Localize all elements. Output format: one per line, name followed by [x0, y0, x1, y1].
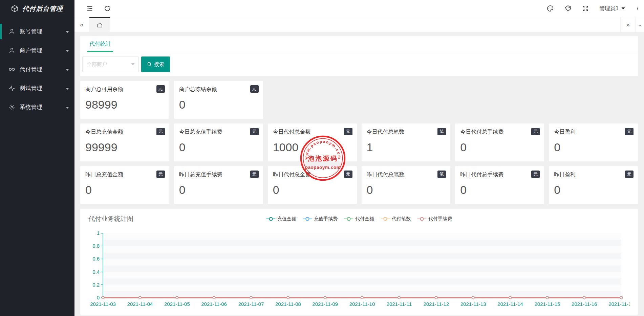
stat-card: 今日代付总金额元1000 [268, 123, 357, 161]
pulse-icon [8, 85, 16, 92]
refresh-icon[interactable] [104, 5, 111, 12]
infinity-icon [8, 66, 16, 73]
stat-card: 今日代付总手续费元0 [455, 123, 544, 161]
legend-label: 代付笔数 [392, 216, 411, 222]
unit-badge: 元 [156, 128, 165, 135]
unit-badge: 元 [625, 128, 634, 135]
svg-text:2021-11-10: 2021-11-10 [349, 301, 375, 307]
legend-marker-icon [344, 217, 353, 221]
svg-text:2021-11-04: 2021-11-04 [127, 301, 153, 307]
svg-text:0.4: 0.4 [92, 269, 100, 275]
merchant-select[interactable]: 全部商户 [82, 57, 139, 72]
tabs-scroll-left-icon[interactable]: « [74, 17, 89, 32]
unit-badge: 元 [250, 128, 259, 135]
legend-label: 代付金额 [355, 216, 374, 222]
stat-card-label: 商户总可用余额 [85, 86, 164, 93]
sidebar-item-label: 商户管理 [20, 47, 43, 54]
topbar-right: 管理员1 [546, 5, 644, 12]
sidebar-item-label: 测试管理 [20, 85, 43, 92]
topbar: 管理员1 [74, 0, 644, 17]
legend-item-代付手续费[interactable]: 代付手续费 [417, 216, 452, 222]
unit-badge: 元 [156, 85, 165, 93]
chevron-down-icon [621, 7, 625, 10]
unit-badge: 元 [344, 128, 352, 135]
panel-tabstrip: 代付统计 [80, 36, 638, 52]
sidebar-item-3[interactable]: 代付管理 [0, 60, 74, 79]
sidebar-item-4[interactable]: 测试管理 [0, 79, 74, 98]
sidebar-item-1[interactable]: 账号管理 [0, 22, 74, 41]
legend-label: 代付手续费 [428, 216, 452, 222]
tab-home[interactable] [89, 17, 110, 32]
stat-card-row-3: 昨日总充值金额元0昨日总充值手续费元0昨日代付总金额元0昨日代付总笔数笔0昨日代… [80, 166, 638, 204]
svg-text:2021-11-08: 2021-11-08 [275, 301, 301, 307]
stat-card-label: 昨日总充值手续费 [179, 171, 258, 178]
sidebar-item-label: 系统管理 [20, 104, 43, 111]
legend-item-代付金额[interactable]: 代付金额 [344, 216, 374, 222]
svg-text:2021-11-05: 2021-11-05 [164, 301, 190, 307]
stat-card-value: 0 [179, 141, 258, 154]
svg-text:0.8: 0.8 [92, 243, 100, 249]
legend-item-充值手续费[interactable]: 充值手续费 [303, 216, 338, 222]
stat-card-value: 0 [554, 141, 633, 154]
stat-card-row-2: 今日总充值金额元99999今日总充值手续费元0今日代付总金额元1000今日代付总… [80, 123, 638, 161]
search-button[interactable]: 搜索 [141, 57, 170, 72]
app-title: 代付后台管理 [22, 4, 63, 13]
legend-item-代付笔数[interactable]: 代付笔数 [381, 216, 411, 222]
user-name: 管理员1 [599, 5, 619, 12]
svg-text:2021-11-12: 2021-11-12 [423, 301, 449, 307]
stat-card-label: 昨日代付总手续费 [460, 171, 539, 178]
topbar-left [74, 5, 111, 12]
stat-card-label: 昨日代付总笔数 [367, 171, 446, 178]
unit-badge: 元 [250, 171, 259, 178]
kebab-menu-icon[interactable] [635, 5, 640, 12]
svg-text:0.2: 0.2 [92, 282, 100, 288]
fullscreen-icon[interactable] [582, 5, 589, 12]
caret-down-icon [66, 66, 69, 72]
tabs-scroll-right-icon[interactable]: » [620, 17, 635, 32]
tag-icon[interactable] [564, 5, 572, 12]
legend-item-充值金额[interactable]: 充值金额 [266, 216, 296, 222]
unit-badge: 笔 [437, 171, 446, 178]
stat-card-label: 今日总充值金额 [85, 129, 164, 136]
tab-daifu-tongji[interactable]: 代付统计 [87, 36, 113, 52]
chart-plot-area: 00.20.40.60.812021-11-032021-11-042021-1… [88, 227, 630, 311]
app-logo: 代付后台管理 [0, 0, 74, 17]
stat-card-value: 1 [367, 141, 446, 154]
tabbar: « » ⌄ [74, 17, 644, 32]
home-icon [96, 22, 103, 28]
unit-badge: 元 [156, 171, 165, 178]
stat-card-label: 今日总充值手续费 [179, 129, 258, 136]
cube-logo-icon [11, 5, 19, 13]
stat-card: 今日总充值金额元99999 [80, 123, 169, 161]
stat-card: 昨日总充值手续费元0 [174, 166, 263, 204]
legend-marker-icon [381, 217, 390, 221]
legend-label: 充值金额 [277, 216, 296, 222]
theme-palette-icon[interactable] [546, 5, 554, 12]
user-menu[interactable]: 管理员1 [599, 5, 625, 12]
unit-badge: 元 [625, 171, 634, 178]
sidebar-item-2[interactable]: 商户管理 [0, 41, 74, 60]
user-icon [8, 28, 16, 35]
tabs-dropdown-icon[interactable]: ⌄ [635, 17, 644, 32]
svg-text:2021-11-03: 2021-11-03 [90, 301, 116, 307]
caret-down-icon [66, 104, 69, 110]
stat-card-value: 0 [554, 183, 633, 197]
svg-text:2021-11-13: 2021-11-13 [460, 301, 486, 307]
stat-card-label: 今日盈利 [554, 129, 633, 136]
stat-card: 昨日代付总笔数笔0 [362, 166, 451, 204]
stat-card: 今日盈利元0 [549, 123, 638, 161]
stat-card-value: 1000 [273, 141, 352, 154]
svg-text:1: 1 [97, 230, 100, 236]
svg-text:0: 0 [97, 295, 100, 300]
svg-text:2021-11-15: 2021-11-15 [534, 301, 560, 307]
unit-badge: 元 [531, 128, 540, 135]
sidebar-item-5[interactable]: 系统管理 [0, 98, 74, 117]
stat-card-label: 今日代付总笔数 [367, 129, 446, 136]
stat-card: 今日代付总笔数笔1 [362, 123, 451, 161]
search-button-label: 搜索 [154, 61, 164, 68]
unit-badge: 元 [531, 171, 540, 178]
collapse-menu-icon[interactable] [86, 5, 93, 12]
svg-text:2021-11-17: 2021-11-17 [608, 301, 630, 307]
caret-down-icon [66, 28, 69, 35]
stat-card-value: 99999 [85, 141, 164, 154]
